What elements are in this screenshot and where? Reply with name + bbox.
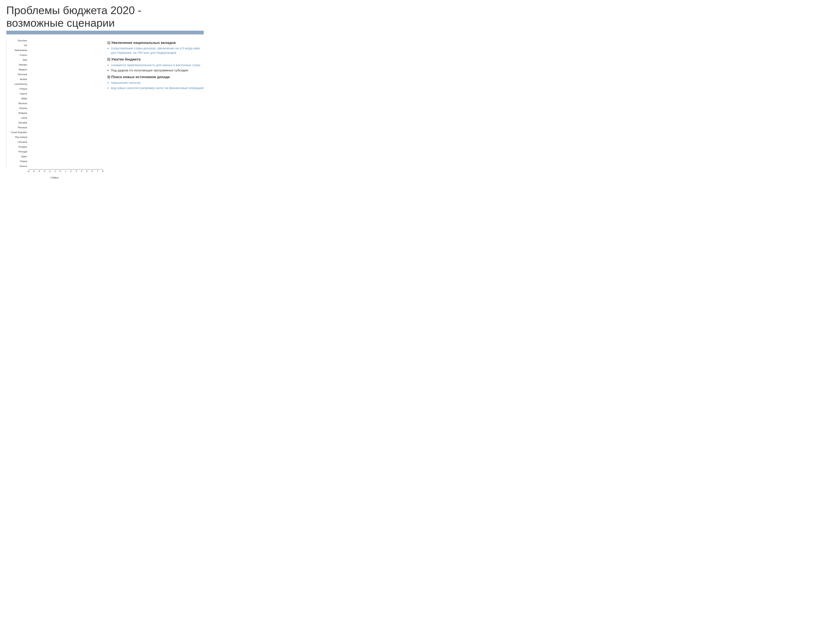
bar-row: Luxembourg	[6, 82, 103, 86]
bar-label: Estonia	[6, 107, 28, 109]
bar-area	[28, 106, 103, 110]
axis-tick-label: 6	[92, 170, 93, 172]
bar-label: Poland	[6, 160, 28, 163]
bar-label: Spain	[6, 155, 28, 158]
bar-area	[28, 145, 103, 149]
bar-label: France	[6, 54, 28, 56]
axis-tick-label: -6	[27, 170, 29, 172]
bar-row: Belgium	[6, 67, 103, 72]
bar-area	[28, 87, 103, 91]
bar-area	[28, 150, 103, 153]
bar-area	[28, 116, 103, 120]
bar-label: Luxembourg	[6, 83, 28, 85]
bar-row: Germany	[6, 38, 103, 43]
bar-label: UK	[6, 44, 28, 47]
bar-area	[28, 58, 103, 62]
axis-tick-label: 4	[81, 170, 82, 172]
page-container: Проблемы бюджета 2020 - возможные сценар…	[6, 4, 204, 179]
content-area: Germany UK Netherlands France Italy Swed…	[6, 38, 204, 179]
bar-row: Italy	[6, 58, 103, 62]
section2-bullet1: снижается привлекательность для южных и …	[111, 63, 204, 67]
axis-tick-label: 3	[76, 170, 77, 172]
bar-area	[28, 63, 103, 66]
bar-area	[28, 73, 103, 76]
bar-label: Germany	[6, 39, 28, 42]
bar-area	[28, 164, 103, 168]
axis-tick-label: -3	[43, 170, 45, 172]
bar-row: Lithuania	[6, 140, 103, 144]
axis-tick-label: 1	[65, 170, 66, 172]
bar-row: Finland	[6, 87, 103, 91]
bar-row: Poland	[6, 159, 103, 164]
bar-row: France	[6, 53, 103, 57]
section2-title: 2) Ужатие бюджета	[107, 57, 204, 62]
bar-area	[28, 53, 103, 57]
bar-label: Cyprus	[6, 92, 28, 95]
bar-area	[28, 77, 103, 81]
section2-list: снижается привлекательность для южных и …	[111, 63, 204, 73]
bar-label: Netherlands	[6, 49, 28, 51]
page-title: Проблемы бюджета 2020 - возможные сценар…	[6, 4, 204, 29]
bar-area	[28, 121, 103, 125]
section3-bullet2: вод новых налогов (например налог на фин…	[111, 86, 204, 90]
axis-tick-label: 2	[70, 170, 72, 172]
bar-area	[28, 43, 103, 47]
bar-area	[28, 140, 103, 144]
bar-area	[28, 101, 103, 105]
chart-container: Germany UK Netherlands France Italy Swed…	[6, 38, 103, 179]
axis-tick-label: 8	[102, 170, 104, 172]
bar-label: Italy	[6, 58, 28, 61]
bar-area	[28, 155, 103, 158]
bar-area	[28, 82, 103, 86]
bar-area	[28, 135, 103, 139]
chart-wrapper: Germany UK Netherlands France Italy Swed…	[6, 38, 103, 169]
section2-bullet2: Под ударом с/х получающее программные су…	[111, 68, 204, 73]
bar-area	[28, 39, 103, 43]
bar-row: Romania	[6, 125, 103, 130]
bar-label: Malta	[6, 97, 28, 100]
axis-tick-label: -2	[49, 170, 51, 172]
section1-list: сопротивление стран-доноров: увеличение …	[111, 46, 204, 55]
bar-row: Rep Ireland	[6, 135, 103, 139]
bar-area	[28, 68, 103, 71]
bar-area	[28, 111, 103, 115]
x-axis-label: € Billion	[6, 177, 103, 179]
bar-label: Sweden	[6, 63, 28, 66]
bar-row: Malta	[6, 96, 103, 101]
bar-label: Portugal	[6, 150, 28, 153]
bar-row: Estonia	[6, 106, 103, 111]
bar-label: Slovenia	[6, 102, 28, 104]
bar-area	[28, 48, 103, 52]
bar-area	[28, 130, 103, 134]
bar-row: Austria	[6, 77, 103, 82]
bar-area	[28, 96, 103, 100]
bar-row: Bulgaria	[6, 111, 103, 115]
bar-row: Cyprus	[6, 92, 103, 96]
bar-row: Denmark	[6, 72, 103, 77]
axis-tick-label: -1	[54, 170, 56, 172]
bar-row: Slovakia	[6, 120, 103, 125]
section3-list: повышение налогов вод новых налогов (нап…	[111, 81, 204, 90]
axis-tick-label: 7	[97, 170, 98, 172]
bar-row: UK	[6, 43, 103, 48]
bar-label: Belgium	[6, 68, 28, 71]
bar-row: Netherlands	[6, 48, 103, 52]
bar-label: Czech Republic	[6, 131, 28, 134]
bar-row: Slovenia	[6, 101, 103, 106]
bar-label: Finland	[6, 88, 28, 90]
section3-title: 3) Поиск новых источников дохода	[107, 74, 204, 80]
bars-column: Germany UK Netherlands France Italy Swed…	[6, 38, 103, 169]
bar-label: Bulgaria	[6, 112, 28, 114]
bar-area	[28, 159, 103, 163]
bar-label: Rep Ireland	[6, 136, 28, 138]
bar-row: Czech Republic	[6, 130, 103, 134]
bar-row: Sweden	[6, 62, 103, 67]
bar-row: Latvia	[6, 115, 103, 120]
bar-label: Greece	[6, 165, 28, 167]
axis-tick-label: -5	[33, 170, 35, 172]
bar-label: Denmark	[6, 73, 28, 76]
bar-area	[28, 126, 103, 129]
bar-row: Greece	[6, 164, 103, 169]
title-underline	[6, 31, 204, 35]
axis-container: -6-5-4-3-2-1012345678	[28, 169, 103, 175]
